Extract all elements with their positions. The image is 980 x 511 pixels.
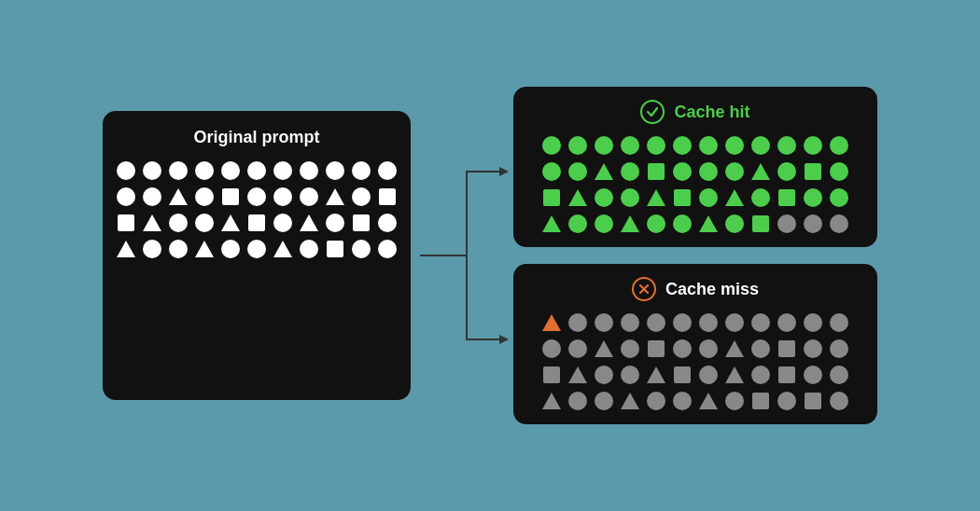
svg-point-98 [595,313,613,332]
svg-point-81 [830,188,848,207]
svg-point-38 [247,240,266,258]
svg-point-102 [699,313,718,332]
svg-point-61 [621,162,639,181]
svg-rect-79 [778,189,795,206]
original-prompt-card: Original prompt [103,111,411,400]
cache-hit-card: Cache hit [513,87,877,247]
svg-point-64 [699,162,718,181]
svg-point-108 [542,339,561,358]
svg-point-56 [804,136,822,155]
svg-point-48 [595,136,613,155]
svg-rect-142 [805,393,821,409]
svg-marker-121 [568,366,587,383]
svg-point-55 [777,136,796,155]
svg-point-34 [143,240,161,258]
svg-point-100 [647,313,665,332]
svg-point-20 [352,187,371,206]
svg-point-3 [195,161,214,180]
svg-rect-70 [543,189,560,206]
svg-point-143 [830,392,848,410]
svg-rect-27 [248,214,265,231]
svg-point-47 [568,136,587,155]
svg-point-24 [169,214,188,232]
svg-point-136 [647,392,665,410]
svg-rect-117 [778,340,795,357]
right-cards: Cache hit [513,87,877,424]
svg-point-116 [751,339,770,358]
svg-marker-135 [621,393,639,409]
svg-point-73 [621,188,639,207]
svg-point-69 [830,162,848,181]
svg-point-43 [378,240,397,258]
svg-point-6 [273,161,292,180]
svg-point-51 [673,136,692,155]
svg-marker-138 [699,393,718,409]
svg-point-114 [699,339,718,358]
shapes-row [528,338,862,359]
svg-point-67 [777,162,796,181]
svg-point-11 [117,187,135,206]
svg-rect-68 [805,163,821,180]
svg-point-52 [699,136,718,155]
svg-marker-82 [542,215,561,232]
cache-hit-shapes-grid [528,135,862,234]
svg-point-103 [725,313,744,332]
cache-miss-shapes-grid [528,312,862,411]
connector-arrows [411,116,513,395]
svg-marker-77 [725,189,744,206]
svg-point-4 [221,161,240,180]
svg-point-10 [378,161,397,180]
svg-point-30 [326,214,344,232]
svg-point-86 [647,214,665,233]
svg-point-46 [542,136,561,155]
svg-marker-71 [568,189,587,206]
svg-rect-21 [379,188,396,205]
svg-point-87 [673,214,692,233]
original-shapes-grid [118,160,396,259]
svg-point-54 [751,136,770,155]
original-prompt-title: Original prompt [118,128,396,147]
svg-marker-60 [595,163,613,180]
svg-marker-85 [621,215,639,232]
svg-point-134 [595,392,613,410]
svg-point-65 [725,162,744,181]
svg-marker-45 [499,335,509,344]
svg-point-141 [777,392,796,410]
svg-point-63 [673,162,692,181]
cache-hit-icon [640,100,665,124]
svg-rect-129 [778,366,795,383]
svg-marker-110 [595,340,613,357]
svg-point-28 [273,214,292,232]
svg-rect-125 [674,366,691,383]
svg-point-126 [699,366,718,384]
svg-marker-36 [195,241,214,257]
svg-point-97 [568,313,587,332]
svg-point-118 [804,339,822,358]
cache-hit-title: Cache hit [674,103,749,122]
cache-miss-header: Cache miss [528,277,862,301]
svg-marker-26 [221,214,240,231]
svg-marker-44 [499,167,509,176]
svg-marker-74 [647,189,665,206]
svg-point-9 [352,161,371,180]
svg-point-133 [568,392,587,410]
svg-point-139 [725,392,744,410]
svg-marker-96 [542,314,561,331]
svg-point-8 [326,161,344,180]
svg-point-78 [751,188,770,207]
svg-point-58 [542,162,561,181]
svg-marker-23 [143,214,161,231]
shapes-row [118,160,396,181]
svg-point-57 [830,136,848,155]
shapes-row [118,213,396,233]
svg-point-42 [352,240,371,258]
shapes-row [118,239,396,259]
svg-point-106 [804,313,822,332]
svg-point-105 [777,313,796,332]
shapes-row [528,391,862,411]
svg-point-111 [621,339,639,358]
shapes-row [528,214,862,234]
svg-point-128 [751,366,770,384]
svg-point-32 [378,214,397,232]
svg-point-50 [647,136,665,155]
